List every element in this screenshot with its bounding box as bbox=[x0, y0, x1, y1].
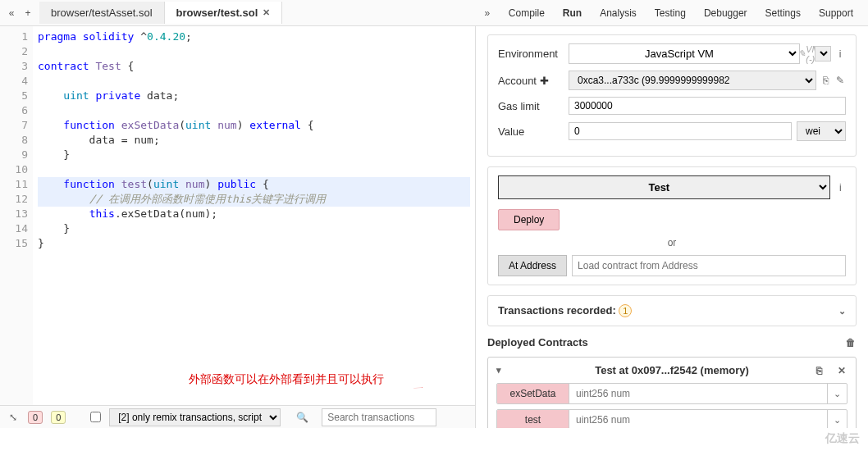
fn-button-exsetdata[interactable]: exSetData bbox=[497, 384, 569, 403]
listen-checkbox[interactable] bbox=[90, 412, 101, 422]
tx-filter-select[interactable]: [2] only remix transactions, script bbox=[109, 408, 281, 426]
right-nav: Compile Run Analysis Testing Debugger Se… bbox=[494, 2, 868, 24]
copy-icon[interactable]: ⎘ bbox=[820, 75, 831, 86]
nav-analysis[interactable]: Analysis bbox=[592, 2, 645, 24]
tx-count-badge: 1 bbox=[619, 304, 632, 317]
chevron-down-icon[interactable]: ⌄ bbox=[827, 410, 847, 428]
arrow-icon bbox=[369, 387, 468, 389]
fn-input-test[interactable] bbox=[569, 410, 827, 428]
search-icon[interactable]: 🔍 bbox=[295, 411, 308, 424]
deployed-contracts-label: Deployed Contracts bbox=[487, 336, 588, 348]
tab-label: browser/test.sol bbox=[176, 7, 258, 19]
code-editor[interactable]: 123456789101112131415 pragma solidity ^0… bbox=[0, 26, 475, 405]
value-label: Value bbox=[498, 125, 569, 138]
chevron-left-icon[interactable]: « bbox=[5, 7, 18, 20]
error-count[interactable]: 0 bbox=[28, 411, 43, 424]
nav-run[interactable]: Run bbox=[555, 2, 590, 24]
add-account-icon[interactable]: ✚ bbox=[540, 75, 549, 87]
file-tabs: browser/testAsset.sol browser/test.sol ✕ bbox=[39, 2, 481, 24]
instance-title: Test at 0x097...f2542 (memory) bbox=[595, 364, 749, 376]
plus-icon[interactable]: + bbox=[21, 7, 34, 20]
account-label: Account ✚ bbox=[498, 75, 569, 87]
env-select[interactable]: JavaScript VM bbox=[569, 43, 800, 64]
close-icon[interactable]: ✕ bbox=[836, 365, 847, 376]
nav-testing[interactable]: Testing bbox=[646, 2, 694, 24]
nav-settings[interactable]: Settings bbox=[757, 2, 809, 24]
value-input[interactable] bbox=[569, 122, 792, 140]
chevron-right-icon[interactable]: » bbox=[481, 7, 494, 20]
deploy-button[interactable]: Deploy bbox=[498, 209, 560, 230]
line-gutter: 123456789101112131415 bbox=[0, 26, 33, 405]
transactions-recorded-label: Transactions recorded: 1 bbox=[498, 304, 632, 317]
at-address-input[interactable] bbox=[572, 255, 846, 276]
value-unit-select[interactable]: wei bbox=[797, 121, 846, 141]
fn-button-test[interactable]: test bbox=[497, 410, 569, 428]
fn-input-exsetdata[interactable] bbox=[569, 384, 827, 403]
function-row-test: test ⌄ bbox=[496, 409, 847, 428]
run-panel: Environment JavaScript VM ✎ VM (-) i Acc… bbox=[476, 26, 868, 428]
gas-label: Gas limit bbox=[498, 100, 569, 112]
nav-support[interactable]: Support bbox=[811, 2, 861, 24]
function-row-exsetdata: exSetData ⌄ bbox=[496, 383, 847, 404]
code-content[interactable]: pragma solidity ^0.4.20;contract Test { … bbox=[33, 26, 475, 405]
copy-icon[interactable]: ⎘ bbox=[813, 365, 825, 376]
vm-fork-select[interactable] bbox=[815, 46, 831, 61]
editor-pane: 123456789101112131415 pragma solidity ^0… bbox=[0, 26, 476, 428]
trash-icon[interactable]: 🗑 bbox=[845, 337, 857, 348]
at-address-button[interactable]: At Address bbox=[498, 255, 567, 276]
tab-label: browser/testAsset.sol bbox=[51, 7, 153, 19]
tab-test[interactable]: browser/test.sol ✕ bbox=[165, 2, 283, 24]
search-input[interactable] bbox=[322, 408, 436, 426]
vm-note: ✎ VM (-) bbox=[803, 48, 815, 60]
info-icon[interactable]: i bbox=[834, 48, 846, 60]
svg-line-0 bbox=[413, 387, 423, 389]
svg-marker-1 bbox=[422, 387, 423, 388]
annotation-text: 外部函数可以在外部看到并且可以执行 bbox=[189, 372, 384, 387]
account-select[interactable]: 0xca3...a733c (99.9999999999982 bbox=[569, 71, 816, 90]
info-icon[interactable]: i bbox=[835, 182, 846, 194]
or-label: or bbox=[498, 237, 846, 248]
warning-count[interactable]: 0 bbox=[51, 411, 66, 424]
contract-select[interactable]: Test bbox=[498, 175, 830, 199]
nav-debugger[interactable]: Debugger bbox=[696, 2, 756, 24]
expand-down-icon[interactable]: ⤡ bbox=[7, 411, 20, 424]
nav-compile[interactable]: Compile bbox=[500, 2, 553, 24]
contract-instance: ▾ Test at 0x097...f2542 (memory) ⎘ ✕ exS… bbox=[487, 357, 857, 428]
gas-input[interactable] bbox=[569, 97, 846, 115]
chevron-down-icon[interactable]: ⌄ bbox=[838, 306, 846, 317]
console-bar: ⤡ 0 0 [2] only remix transactions, scrip… bbox=[0, 405, 475, 428]
tab-testasset[interactable]: browser/testAsset.sol bbox=[39, 2, 165, 24]
watermark: 亿速云 bbox=[825, 431, 860, 446]
chevron-down-icon[interactable]: ⌄ bbox=[827, 384, 847, 403]
close-icon[interactable]: ✕ bbox=[263, 7, 270, 18]
env-label: Environment bbox=[498, 48, 569, 60]
caret-down-icon[interactable]: ▾ bbox=[496, 365, 501, 376]
edit-icon[interactable]: ✎ bbox=[834, 75, 846, 86]
